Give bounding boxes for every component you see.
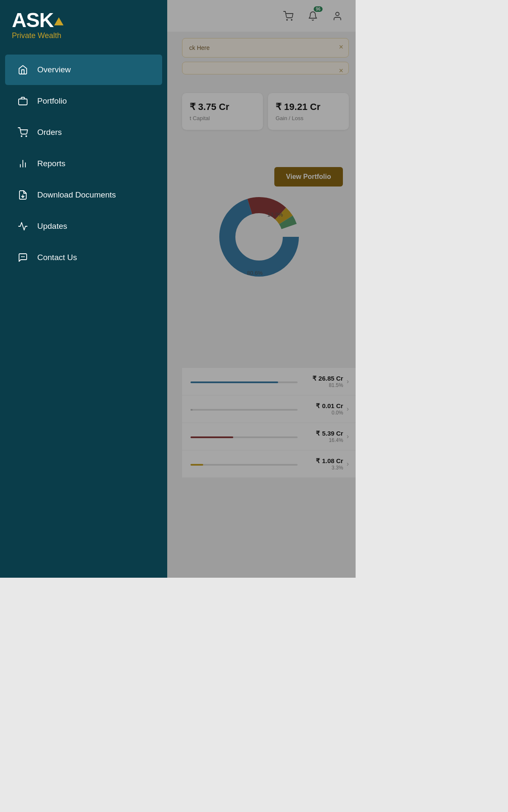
logo-area: ASK Private Wealth [0, 10, 167, 54]
sidebar-item-download-documents[interactable]: Download Documents [5, 180, 162, 210]
updates-icon [17, 220, 29, 232]
contact-icon [17, 252, 29, 263]
sidebar-item-contact-us[interactable]: Contact Us [5, 242, 162, 273]
sidebar-item-orders[interactable]: Orders [5, 117, 162, 148]
logo-ask: ASK [12, 10, 53, 30]
reports-icon [17, 158, 29, 170]
sidebar-item-contact-us-label: Contact Us [37, 253, 77, 262]
orders-icon [17, 126, 29, 138]
download-documents-icon [17, 189, 29, 201]
sidebar-item-overview-label: Overview [37, 65, 71, 74]
sidebar: ASK Private Wealth Overview Portfolio Or… [0, 0, 167, 578]
sidebar-item-updates[interactable]: Updates [5, 211, 162, 241]
nav-list: Overview Portfolio Orders Reports [0, 54, 167, 578]
sidebar-item-updates-label: Updates [37, 222, 67, 231]
svg-point-10 [21, 136, 22, 137]
portfolio-icon [17, 95, 29, 107]
sidebar-item-orders-label: Orders [37, 128, 62, 137]
home-icon [17, 64, 29, 76]
sidebar-item-reports-label: Reports [37, 159, 66, 168]
logo-subtitle: Private Wealth [12, 31, 155, 40]
sidebar-item-download-documents-label: Download Documents [37, 190, 116, 200]
svg-point-11 [26, 136, 27, 137]
logo-triangle-icon [54, 17, 64, 25]
logo-text: ASK [12, 10, 155, 30]
svg-rect-9 [19, 99, 27, 105]
sidebar-item-portfolio-label: Portfolio [37, 96, 67, 106]
sidebar-item-reports[interactable]: Reports [5, 148, 162, 179]
sidebar-item-overview[interactable]: Overview [5, 55, 162, 85]
sidebar-item-portfolio[interactable]: Portfolio [5, 86, 162, 116]
